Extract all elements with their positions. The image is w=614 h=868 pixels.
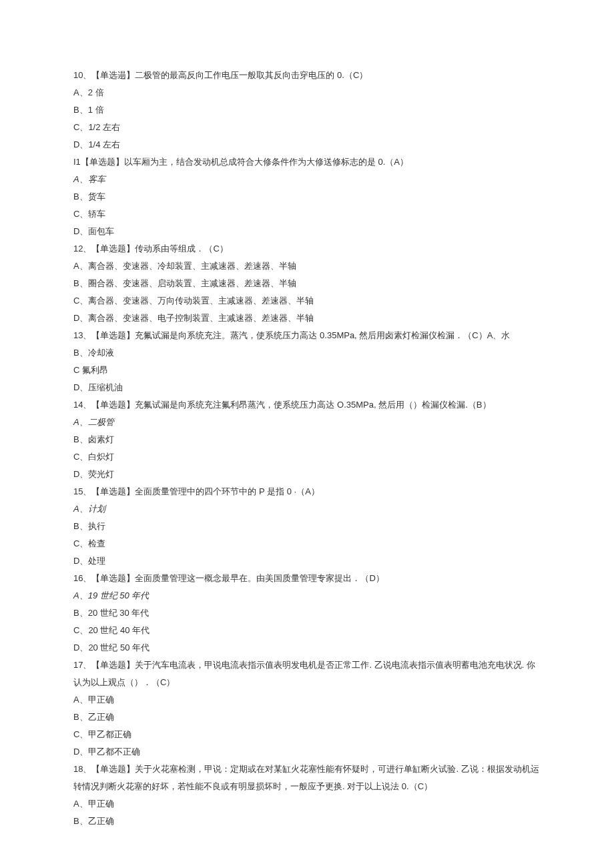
question-11: I1【单选题】以车厢为主，结合发动机总成符合大修条件作为大修送修标志的是 0.（… bbox=[73, 153, 541, 240]
question-text: 13、【单选题】充氟试漏是向系统充注。蒸汽，使系统压力高达 0.35MPa, 然… bbox=[73, 327, 541, 344]
question-17: 17、【单选题】关于汽车电流表，甲说电流表指示值表明发电机是否正常工作. 乙说电… bbox=[73, 657, 541, 761]
option-d: D、处理 bbox=[73, 552, 541, 570]
option-d: D、面包车 bbox=[73, 223, 541, 240]
option-d: D、离合器、变速器、电子控制装置、主减速器、差速器、半轴 bbox=[73, 310, 541, 327]
question-14: 14、【单选题】充氟试漏是向系统充注氟利昂蒸汽，使系统压力高达 O.35MPa,… bbox=[73, 396, 541, 483]
option-b: B、1 倍 bbox=[73, 101, 541, 119]
option-d: D、压缩机油 bbox=[73, 379, 541, 396]
question-12: 12、【单选题】传动系由等组成．（C） A、离合器、变速器、冷却装置、主减速器、… bbox=[73, 240, 541, 327]
option-a: A、二极管 bbox=[73, 414, 541, 431]
question-text: 10、【单选遢】二极管的最高反向工作电压一般取其反向击穿电压的 0.（C） bbox=[73, 67, 541, 84]
option-b: B、20 世纪 30 年代 bbox=[73, 604, 541, 622]
option-b: B、冷却液 bbox=[73, 344, 541, 362]
option-d: D、1/4 左右 bbox=[73, 136, 541, 153]
question-text: I1【单选题】以车厢为主，结合发动机总成符合大修条件作为大修送修标志的是 0.（… bbox=[73, 153, 541, 171]
option-d: D、甲乙都不正确 bbox=[73, 743, 541, 761]
option-c: C、轿车 bbox=[73, 205, 541, 223]
option-a: A、19 世纪 50 年代 bbox=[73, 587, 541, 604]
document-content: 10、【单选遢】二极管的最高反向工作电压一般取其反向击穿电压的 0.（C） A、… bbox=[73, 67, 541, 830]
question-text: 15、【单选题】全面质量管理中的四个环节中的 P 是指 0 ·（A） bbox=[73, 483, 541, 500]
question-text: 17、【单选题】关于汽车电流表，甲说电流表指示值表明发电机是否正常工作. 乙说电… bbox=[73, 657, 541, 691]
option-a: A、离合器、变速器、冷却装置、主减速器、差速器、半轴 bbox=[73, 258, 541, 275]
question-15: 15、【单选题】全面质量管理中的四个环节中的 P 是指 0 ·（A） A、计划 … bbox=[73, 483, 541, 570]
question-text: 18、【单选题】关于火花塞检测，甲说：定期或在对某缸火花塞性能有怀疑时，可进行单… bbox=[73, 761, 541, 795]
option-c: C、甲乙都正确 bbox=[73, 726, 541, 743]
option-c: C、20 世纪 40 年代 bbox=[73, 622, 541, 639]
option-b: B、乙正确 bbox=[73, 813, 541, 830]
question-10: 10、【单选遢】二极管的最高反向工作电压一般取其反向击穿电压的 0.（C） A、… bbox=[73, 67, 541, 153]
option-a: A、客车 bbox=[73, 171, 541, 188]
option-a: A、计划 bbox=[73, 500, 541, 518]
question-text: 14、【单选题】充氟试漏是向系统充注氟利昂蒸汽，使系统压力高达 O.35MPa,… bbox=[73, 396, 541, 414]
option-b: B、乙正确 bbox=[73, 709, 541, 726]
option-d: D、荧光灯 bbox=[73, 466, 541, 483]
option-c: C、白炽灯 bbox=[73, 448, 541, 466]
question-13: 13、【单选题】充氟试漏是向系统充注。蒸汽，使系统压力高达 0.35MPa, 然… bbox=[73, 327, 541, 396]
option-b: B、货车 bbox=[73, 188, 541, 205]
option-c: C 氟利昂 bbox=[73, 362, 541, 379]
question-text: 12、【单选题】传动系由等组成．（C） bbox=[73, 240, 541, 258]
option-d: D、20 世纪 50 年代 bbox=[73, 639, 541, 657]
option-c: C、1/2 左右 bbox=[73, 119, 541, 136]
option-b: B、卤素灯 bbox=[73, 431, 541, 448]
question-18: 18、【单选题】关于火花塞检测，甲说：定期或在对某缸火花塞性能有怀疑时，可进行单… bbox=[73, 761, 541, 830]
option-a: A、甲正确 bbox=[73, 691, 541, 709]
question-16: 16、【单选题】全面质量管理这一概念最早在。由美国质量管理专家提出．（D） A、… bbox=[73, 570, 541, 657]
option-a: A、甲正确 bbox=[73, 795, 541, 813]
option-c: C、离合器、变速器、万向传动装置、主减速器、差速器、半轴 bbox=[73, 292, 541, 310]
question-text: 16、【单选题】全面质量管理这一概念最早在。由美国质量管理专家提出．（D） bbox=[73, 570, 541, 587]
option-b: B、圈合器、变速器、启动装置、主减速器、差速器、半轴 bbox=[73, 275, 541, 292]
option-b: B、执行 bbox=[73, 518, 541, 535]
option-c: C、检查 bbox=[73, 535, 541, 552]
option-a: A、2 倍 bbox=[73, 84, 541, 101]
